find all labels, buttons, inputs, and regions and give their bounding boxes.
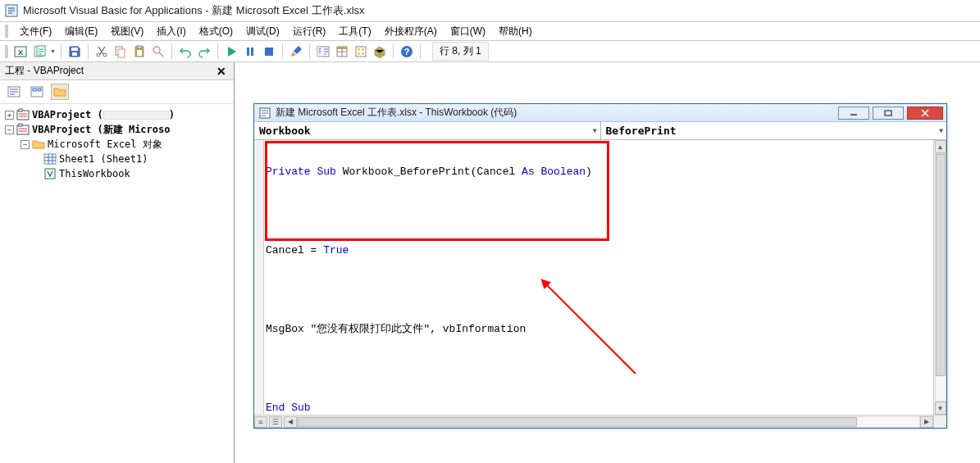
view-object-icon[interactable] (28, 84, 46, 100)
window-titlebar: Microsoft Visual Basic for Applications … (0, 0, 980, 21)
tree-thisworkbook-label: ThisWorkbook (59, 168, 130, 179)
menu-format[interactable]: 格式(O) (194, 23, 238, 40)
vertical-scrollbar[interactable]: ▲ ▼ (933, 140, 946, 415)
procedure-view-icon[interactable]: ≡ (254, 416, 267, 428)
svg-rect-22 (356, 47, 366, 57)
svg-text:?: ? (404, 47, 410, 57)
properties-window-icon[interactable] (334, 43, 350, 60)
svg-rect-15 (247, 48, 249, 56)
scroll-up-icon[interactable]: ▲ (935, 140, 946, 153)
workbook-icon (43, 167, 57, 180)
tree-folder-label: Microsoft Excel 对象 (48, 138, 162, 152)
dropdown-arrow-icon[interactable]: ▼ (50, 43, 56, 60)
toolbar-separator (393, 44, 394, 59)
minimize-button[interactable] (838, 107, 869, 120)
find-icon[interactable] (150, 43, 166, 60)
svg-rect-31 (33, 89, 36, 91)
vscroll-track[interactable] (935, 153, 946, 402)
toggle-folders-icon[interactable] (51, 84, 69, 100)
help-icon[interactable]: ? (399, 43, 415, 60)
menu-addins[interactable]: 外接程序(A) (380, 23, 442, 40)
menu-help[interactable]: 帮助(H) (494, 23, 537, 40)
design-mode-icon[interactable] (288, 43, 304, 60)
scroll-down-icon[interactable]: ▼ (935, 402, 946, 415)
minus-icon[interactable]: − (21, 140, 30, 149)
tree-project-1[interactable]: + VBAProject () (5, 107, 229, 122)
object-combo[interactable]: Workbook ▼ (254, 122, 601, 139)
minus-icon[interactable]: − (5, 125, 14, 134)
code-text[interactable]: Private Sub Workbook_BeforePrint(Cancel … (266, 140, 933, 415)
toolbar-separator (309, 44, 310, 59)
cut-icon[interactable] (93, 43, 110, 60)
scroll-right-icon[interactable]: ▶ (920, 416, 933, 428)
reset-icon[interactable] (261, 43, 277, 60)
code-editor[interactable]: Private Sub Workbook_BeforePrint(Cancel … (254, 140, 946, 428)
object-browser-icon[interactable] (353, 43, 369, 60)
menu-view[interactable]: 视图(V) (106, 23, 148, 40)
window-title: Microsoft Visual Basic for Applications … (23, 3, 365, 18)
svg-rect-24 (362, 48, 364, 51)
menu-edit[interactable]: 编辑(E) (60, 23, 103, 40)
tree-project-2-label: VBAProject (新建 Microso (32, 123, 171, 137)
breakpoint-gutter[interactable] (254, 140, 264, 415)
copy-icon[interactable] (112, 43, 129, 60)
hscroll-track[interactable] (297, 416, 920, 428)
view-excel-icon[interactable]: X (12, 43, 29, 60)
svg-rect-36 (19, 124, 22, 126)
svg-point-8 (103, 53, 107, 57)
plus-icon[interactable]: + (5, 111, 14, 120)
toolbar-grip[interactable] (5, 45, 8, 58)
project-explorer-pane: 工程 - VBAProject ✕ + VBAProject () − VBAP… (0, 62, 235, 463)
undo-icon[interactable] (177, 43, 194, 60)
svg-point-14 (153, 47, 160, 53)
view-code-icon[interactable] (5, 84, 23, 100)
svg-rect-35 (17, 125, 29, 134)
chevron-down-icon: ▼ (939, 127, 943, 134)
project-explorer-icon[interactable] (315, 43, 331, 60)
svg-rect-33 (17, 111, 29, 120)
save-icon[interactable] (66, 43, 83, 60)
toolbox-icon[interactable] (371, 43, 388, 60)
vbaproject-icon (16, 108, 30, 121)
procedure-combo-value: BeforePrint (606, 125, 677, 137)
code-window-titlebar[interactable]: 新建 Microsoft Excel 工作表.xlsx - ThisWorkbo… (254, 104, 946, 122)
maximize-button[interactable] (873, 107, 904, 120)
redo-icon[interactable] (196, 43, 212, 60)
project-pane-title: 工程 - VBAProject (5, 64, 84, 78)
menu-file[interactable]: 文件(F) (15, 23, 57, 40)
tree-sheet1[interactable]: Sheet1 (Sheet1) (5, 152, 229, 166)
vba-app-icon (5, 4, 18, 17)
svg-text:X: X (18, 48, 23, 57)
svg-rect-10 (118, 49, 125, 57)
menu-run[interactable]: 运行(R) (288, 23, 331, 40)
svg-rect-32 (38, 89, 41, 91)
worksheet-icon (43, 152, 57, 166)
svg-rect-12 (137, 46, 142, 48)
break-icon[interactable] (242, 43, 258, 60)
menu-insert[interactable]: 插入(I) (152, 23, 190, 40)
run-icon[interactable] (223, 43, 239, 60)
tree-folder-excel-objects[interactable]: − Microsoft Excel 对象 (5, 137, 229, 152)
project-pane-close-icon[interactable]: ✕ (214, 65, 229, 78)
menu-debug[interactable]: 调试(D) (241, 23, 285, 40)
tree-project-1-label: VBAProject ( (32, 109, 103, 120)
svg-rect-21 (337, 47, 347, 49)
main-area: 工程 - VBAProject ✕ + VBAProject () − VBAP… (0, 62, 980, 463)
scroll-left-icon[interactable]: ◀ (284, 416, 297, 428)
svg-rect-34 (19, 109, 22, 111)
tree-thisworkbook[interactable]: ThisWorkbook (5, 166, 229, 181)
full-module-view-icon[interactable]: ☰ (269, 416, 282, 428)
hscroll-thumb[interactable] (298, 417, 857, 427)
close-button[interactable] (907, 107, 943, 120)
insert-module-icon[interactable] (31, 43, 48, 60)
project-tree[interactable]: + VBAProject () − VBAProject (新建 Microso… (0, 104, 234, 184)
horizontal-scrollbar[interactable]: ≡ ☰ ◀ ▶ (254, 415, 933, 428)
procedure-combo[interactable]: BeforePrint ▼ (601, 122, 947, 139)
paste-icon[interactable] (131, 43, 148, 60)
tree-project-2[interactable]: − VBAProject (新建 Microso (5, 122, 229, 137)
menubar-grip[interactable] (5, 25, 8, 38)
vbaproject-icon (16, 123, 30, 136)
menu-window[interactable]: 窗口(W) (445, 23, 490, 40)
menu-tools[interactable]: 工具(T) (334, 23, 376, 40)
vscroll-thumb[interactable] (936, 154, 946, 376)
